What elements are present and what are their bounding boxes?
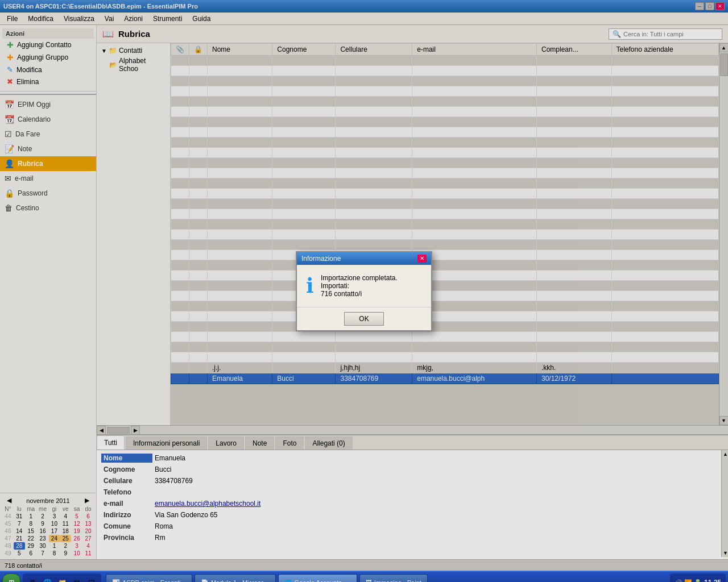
modal-info-icon: ℹ	[306, 274, 314, 298]
modal-line2: Importati:	[321, 282, 398, 290]
modal-title: Informazione	[301, 255, 341, 263]
modal-message: Importazione completata. Importati: 716 …	[321, 274, 398, 298]
modal-title-bar: Informazione ✕	[297, 252, 431, 265]
modal-footer: OK	[297, 307, 431, 330]
modal-ok-button[interactable]: OK	[344, 312, 384, 326]
modal-line1: Importazione completata.	[321, 274, 398, 282]
modal-line3: 716 contatto/i	[321, 290, 398, 298]
modal-overlay: Informazione ✕ ℹ Importazione completata…	[0, 0, 728, 582]
modal-dialog: Informazione ✕ ℹ Importazione completata…	[296, 251, 432, 331]
modal-close-button[interactable]: ✕	[417, 255, 427, 263]
modal-body: ℹ Importazione completata. Importati: 71…	[297, 265, 431, 307]
